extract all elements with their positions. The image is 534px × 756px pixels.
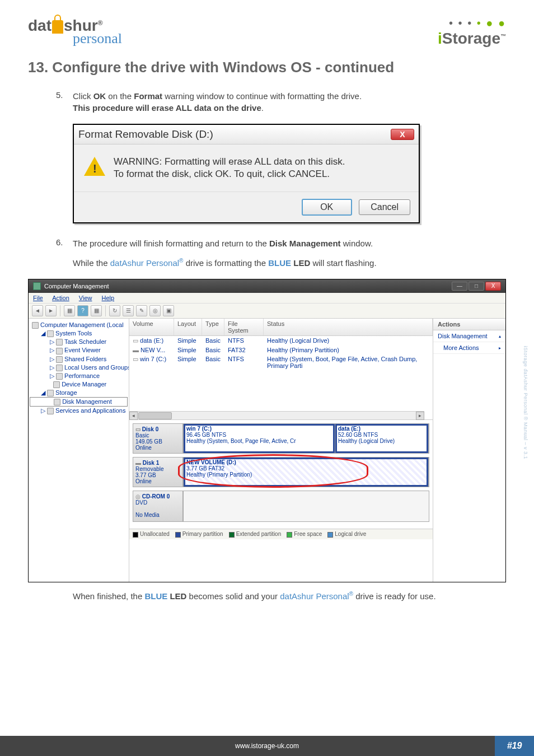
services-icon xyxy=(47,408,54,414)
partition[interactable]: win 7 (C:) 96.45 GB NTFS Healthy (System… xyxy=(184,424,335,453)
partition[interactable]: data (E:) 52.60 GB NTFS Healthy (Logical… xyxy=(335,424,429,453)
app-icon xyxy=(33,282,41,290)
tree-item-diskmgmt[interactable]: Disk Management xyxy=(30,397,128,407)
toolbar-fwd-icon[interactable]: ► xyxy=(45,305,57,316)
toolbar-icon[interactable]: ☰ xyxy=(123,305,134,316)
tree-item[interactable]: ▷ Event Viewer xyxy=(30,346,128,354)
page-number: #19 xyxy=(495,736,534,756)
toolbar-icon[interactable]: ▦ xyxy=(91,305,102,316)
dots-icon: • • • • ● ● xyxy=(438,17,506,30)
ok-button[interactable]: OK xyxy=(302,199,352,216)
tree-item[interactable]: ▷ Local Users and Groups xyxy=(30,363,128,372)
toolbar: ◄ ► ▦ ? ▦ ↻ ☰ ✎ ◎ ▣ xyxy=(29,304,505,319)
volume-table-header: Volume Layout Type File System Status xyxy=(129,319,433,336)
scroll-left-icon[interactable]: ◂ xyxy=(129,412,138,420)
event-icon xyxy=(56,348,63,354)
tree-item[interactable]: ▷ Performance xyxy=(30,372,128,380)
tree-item[interactable]: ◢ System Tools xyxy=(30,329,128,338)
close-button[interactable]: X xyxy=(391,129,414,140)
final-note: When finished, the BLUE LED becomes soli… xyxy=(73,591,506,601)
cancel-button[interactable]: Cancel xyxy=(359,199,410,215)
brand-subtitle: personal xyxy=(73,30,122,47)
minimize-button[interactable]: — xyxy=(452,282,467,291)
lock-icon xyxy=(52,20,63,34)
menu-bar: File Action View Help xyxy=(29,293,505,304)
dialog-message: WARNING: Formatting will erase ALL data … xyxy=(114,156,345,180)
disk-label[interactable]: ◎ CD-ROM 0 DVD No Media xyxy=(133,491,183,522)
disk-icon xyxy=(54,399,60,405)
step-5: 5. Click OK on the Format warning window… xyxy=(56,90,506,114)
expand-right-icon: ▸ xyxy=(499,346,501,351)
step-text: The procedure will finish formatting and… xyxy=(73,237,377,269)
col-type[interactable]: Type xyxy=(202,319,224,335)
actions-header: Actions xyxy=(433,319,505,330)
disk-label[interactable]: ▬ Disk 1 Removable 3.77 GB Online xyxy=(133,457,183,487)
col-filesystem[interactable]: File System xyxy=(224,319,264,335)
dm-title-bar: Computer Management — □ X xyxy=(29,279,505,293)
section-title: 13. Configure the drive with Windows OS … xyxy=(28,59,506,76)
disk-row: ◎ CD-ROM 0 DVD No Media xyxy=(133,491,429,522)
trademark: ™ xyxy=(500,33,506,39)
horizontal-scrollbar[interactable]: ◂ ▸ xyxy=(129,411,424,419)
tree-item[interactable]: Device Manager xyxy=(30,380,128,389)
toolbar-icon[interactable]: ◎ xyxy=(149,305,161,316)
side-manual-text: iStorage datAshur Personal ® Manual – v … xyxy=(523,346,528,459)
disk-layout-panel: ▭ Disk 0 Basic 149.05 GB Online win 7 (C… xyxy=(129,420,433,529)
actions-item[interactable]: More Actions▸ xyxy=(433,342,505,354)
col-layout[interactable]: Layout xyxy=(174,319,202,335)
toolbar-back-icon[interactable]: ◄ xyxy=(32,305,43,316)
toolbar-icon[interactable]: ▣ xyxy=(163,305,174,316)
tree-item[interactable]: ▷ Services and Applications xyxy=(30,407,128,415)
clock-icon xyxy=(56,339,63,346)
toolbar-refresh-icon[interactable]: ↻ xyxy=(109,305,120,316)
users-icon xyxy=(56,365,63,371)
table-row[interactable]: ▬ NEW V...SimpleBasicFAT32Healthy (Prima… xyxy=(129,346,433,354)
brand-text: dat xyxy=(28,17,51,34)
col-status[interactable]: Status xyxy=(264,319,433,335)
menu-file[interactable]: File xyxy=(33,295,43,301)
menu-action[interactable]: Action xyxy=(52,295,69,301)
step-6: 6. The procedure will finish formatting … xyxy=(56,237,506,269)
table-row[interactable]: ▭ win 7 (C:)SimpleBasicNTFSHealthy (Syst… xyxy=(129,354,433,370)
legend: Unallocated Primary partition Extended p… xyxy=(129,529,433,539)
close-button[interactable]: X xyxy=(485,282,501,291)
dialog-body: WARNING: Formatting will erase ALL data … xyxy=(74,144,419,192)
step-number: 5. xyxy=(56,90,73,114)
table-row[interactable]: ▭ data (E:)SimpleBasicNTFSHealthy (Logic… xyxy=(129,336,433,346)
scroll-thumb[interactable] xyxy=(138,412,172,419)
col-volume[interactable]: Volume xyxy=(129,319,174,335)
warning-icon xyxy=(84,156,105,177)
tree-item[interactable]: ▷ Shared Folders xyxy=(30,355,128,363)
dialog-title-bar: Format Removable Disk (D:) X xyxy=(74,125,419,144)
computer-icon xyxy=(32,322,39,329)
partition-new-volume[interactable]: NEW VOLUME (D:) 3.77 GB FAT32 Healthy (P… xyxy=(184,458,429,487)
volume-list: ▭ data (E:)SimpleBasicNTFSHealthy (Logic… xyxy=(129,336,433,420)
navigation-tree: Computer Management (Local ◢ System Tool… xyxy=(29,319,129,582)
scroll-right-icon[interactable]: ▸ xyxy=(416,412,424,420)
collapse-up-icon: ▴ xyxy=(499,334,501,339)
brand-text: i xyxy=(438,30,442,47)
tree-item[interactable]: Computer Management (Local xyxy=(30,321,128,329)
dialog-footer: OK Cancel xyxy=(74,192,419,222)
disk-row: ▬ Disk 1 Removable 3.77 GB Online NEW VO… xyxy=(133,457,429,487)
actions-item[interactable]: Disk Management▴ xyxy=(433,330,505,342)
menu-view[interactable]: View xyxy=(79,295,92,301)
maximize-button[interactable]: □ xyxy=(469,282,484,291)
datashur-logo: datshur® personal xyxy=(28,17,122,47)
folder-icon xyxy=(56,356,63,363)
tree-item[interactable]: ◢ Storage xyxy=(30,389,128,397)
toolbar-icon[interactable]: ▦ xyxy=(64,305,75,316)
disk-row: ▭ Disk 0 Basic 149.05 GB Online win 7 (C… xyxy=(133,423,429,454)
menu-help[interactable]: Help xyxy=(102,295,115,301)
toolbar-icon[interactable]: ✎ xyxy=(136,305,147,316)
tree-item[interactable]: ▷ Task Scheduler xyxy=(30,338,128,346)
dm-main-panel: Volume Layout Type File System Status ▭ … xyxy=(129,319,433,582)
step-text: Click OK on the Format warning window to… xyxy=(73,90,362,114)
storage-icon xyxy=(47,390,54,396)
disk-label[interactable]: ▭ Disk 0 Basic 149.05 GB Online xyxy=(133,423,183,454)
tools-icon xyxy=(47,330,54,337)
toolbar-help-icon[interactable]: ? xyxy=(77,305,88,316)
brand-text: Storage xyxy=(442,30,500,47)
istorage-logo: • • • • ● ● iStorage™ xyxy=(438,17,506,48)
disk-management-window: Computer Management — □ X File Action Vi… xyxy=(28,279,506,582)
